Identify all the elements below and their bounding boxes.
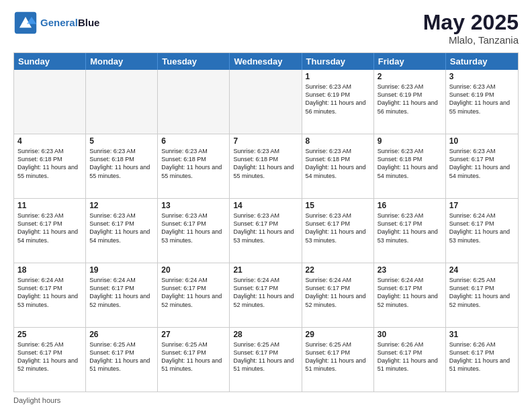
- header-day-thursday: Thursday: [302, 53, 374, 70]
- calendar-header: SundayMondayTuesdayWednesdayThursdayFrid…: [14, 53, 518, 70]
- day-number: 17: [449, 201, 515, 210]
- cell-info: Sunrise: 6:23 AM Sunset: 6:18 PM Dayligh…: [161, 147, 226, 180]
- cell-info: Sunrise: 6:24 AM Sunset: 6:17 PM Dayligh…: [17, 276, 82, 309]
- calendar: SundayMondayTuesdayWednesdayThursdayFrid…: [13, 52, 519, 392]
- day-number: 7: [233, 136, 298, 146]
- header-day-sunday: Sunday: [14, 53, 86, 70]
- day-number: 26: [89, 330, 154, 339]
- month-title: May 2025: [423, 11, 519, 34]
- calendar-cell: 3Sunrise: 6:23 AM Sunset: 6:19 PM Daylig…: [446, 70, 518, 134]
- calendar-body: 1Sunrise: 6:23 AM Sunset: 6:19 PM Daylig…: [14, 70, 518, 392]
- page: GeneralBlue May 2025 Mlalo, Tanzania Sun…: [0, 0, 532, 411]
- calendar-cell: 24Sunrise: 6:25 AM Sunset: 6:17 PM Dayli…: [446, 263, 518, 327]
- day-number: 10: [449, 136, 515, 146]
- cell-info: Sunrise: 6:26 AM Sunset: 6:17 PM Dayligh…: [449, 340, 515, 373]
- logo-icon: [13, 11, 38, 35]
- cell-info: Sunrise: 6:23 AM Sunset: 6:19 PM Dayligh…: [378, 83, 442, 116]
- day-number: 23: [378, 265, 442, 275]
- cell-info: Sunrise: 6:23 AM Sunset: 6:17 PM Dayligh…: [378, 212, 442, 244]
- cell-info: Sunrise: 6:24 AM Sunset: 6:17 PM Dayligh…: [89, 276, 154, 309]
- calendar-cell: 4Sunrise: 6:23 AM Sunset: 6:18 PM Daylig…: [14, 134, 86, 198]
- footer: Daylight hours: [13, 396, 519, 404]
- cell-info: Sunrise: 6:23 AM Sunset: 6:19 PM Dayligh…: [306, 83, 370, 116]
- logo-general: General: [40, 17, 78, 28]
- calendar-cell: [230, 70, 302, 134]
- cell-info: Sunrise: 6:23 AM Sunset: 6:19 PM Dayligh…: [449, 83, 515, 116]
- day-number: 19: [89, 265, 154, 275]
- day-number: 3: [449, 72, 515, 81]
- day-number: 1: [306, 72, 370, 81]
- day-number: 29: [306, 330, 370, 339]
- cell-info: Sunrise: 6:23 AM Sunset: 6:17 PM Dayligh…: [161, 212, 226, 244]
- header: GeneralBlue May 2025 Mlalo, Tanzania: [13, 11, 519, 46]
- calendar-cell: 1Sunrise: 6:23 AM Sunset: 6:19 PM Daylig…: [302, 70, 374, 134]
- day-number: 20: [161, 265, 226, 275]
- day-number: 5: [89, 136, 154, 146]
- day-number: 14: [233, 201, 298, 210]
- calendar-cell: [14, 70, 86, 134]
- logo: GeneralBlue: [13, 11, 99, 35]
- cell-info: Sunrise: 6:25 AM Sunset: 6:17 PM Dayligh…: [89, 340, 154, 373]
- header-day-friday: Friday: [374, 53, 446, 70]
- calendar-cell: [86, 70, 158, 134]
- calendar-cell: 27Sunrise: 6:25 AM Sunset: 6:17 PM Dayli…: [158, 328, 230, 392]
- header-day-monday: Monday: [86, 53, 158, 70]
- calendar-row: 25Sunrise: 6:25 AM Sunset: 6:17 PM Dayli…: [14, 327, 518, 392]
- calendar-cell: 18Sunrise: 6:24 AM Sunset: 6:17 PM Dayli…: [14, 263, 86, 327]
- cell-info: Sunrise: 6:23 AM Sunset: 6:17 PM Dayligh…: [89, 212, 154, 244]
- calendar-cell: 5Sunrise: 6:23 AM Sunset: 6:18 PM Daylig…: [86, 134, 158, 198]
- cell-info: Sunrise: 6:25 AM Sunset: 6:17 PM Dayligh…: [306, 340, 370, 373]
- calendar-row: 18Sunrise: 6:24 AM Sunset: 6:17 PM Dayli…: [14, 263, 518, 327]
- calendar-cell: 17Sunrise: 6:24 AM Sunset: 6:17 PM Dayli…: [446, 199, 518, 263]
- cell-info: Sunrise: 6:23 AM Sunset: 6:17 PM Dayligh…: [17, 212, 82, 244]
- calendar-cell: 22Sunrise: 6:24 AM Sunset: 6:17 PM Dayli…: [302, 263, 374, 327]
- calendar-cell: 16Sunrise: 6:23 AM Sunset: 6:17 PM Dayli…: [374, 199, 446, 263]
- calendar-cell: 13Sunrise: 6:23 AM Sunset: 6:17 PM Dayli…: [158, 199, 230, 263]
- cell-info: Sunrise: 6:24 AM Sunset: 6:17 PM Dayligh…: [378, 276, 442, 309]
- calendar-row: 11Sunrise: 6:23 AM Sunset: 6:17 PM Dayli…: [14, 198, 518, 263]
- calendar-cell: 26Sunrise: 6:25 AM Sunset: 6:17 PM Dayli…: [86, 328, 158, 392]
- header-day-wednesday: Wednesday: [230, 53, 302, 70]
- logo-text: GeneralBlue: [40, 17, 99, 29]
- day-number: 4: [17, 136, 82, 146]
- calendar-cell: 14Sunrise: 6:23 AM Sunset: 6:17 PM Dayli…: [230, 199, 302, 263]
- calendar-cell: [158, 70, 230, 134]
- day-number: 21: [233, 265, 298, 275]
- cell-info: Sunrise: 6:24 AM Sunset: 6:17 PM Dayligh…: [233, 276, 298, 309]
- cell-info: Sunrise: 6:24 AM Sunset: 6:17 PM Dayligh…: [306, 276, 370, 309]
- calendar-cell: 30Sunrise: 6:26 AM Sunset: 6:17 PM Dayli…: [374, 328, 446, 392]
- day-number: 11: [17, 201, 82, 210]
- calendar-cell: 23Sunrise: 6:24 AM Sunset: 6:17 PM Dayli…: [374, 263, 446, 327]
- cell-info: Sunrise: 6:24 AM Sunset: 6:17 PM Dayligh…: [449, 212, 515, 244]
- cell-info: Sunrise: 6:26 AM Sunset: 6:17 PM Dayligh…: [378, 340, 442, 373]
- calendar-cell: 2Sunrise: 6:23 AM Sunset: 6:19 PM Daylig…: [374, 70, 446, 134]
- day-number: 22: [306, 265, 370, 275]
- calendar-row: 4Sunrise: 6:23 AM Sunset: 6:18 PM Daylig…: [14, 134, 518, 198]
- cell-info: Sunrise: 6:23 AM Sunset: 6:18 PM Dayligh…: [233, 147, 298, 180]
- calendar-cell: 10Sunrise: 6:23 AM Sunset: 6:17 PM Dayli…: [446, 134, 518, 198]
- footer-text: Daylight hours: [13, 396, 60, 404]
- cell-info: Sunrise: 6:25 AM Sunset: 6:17 PM Dayligh…: [17, 340, 82, 373]
- calendar-row: 1Sunrise: 6:23 AM Sunset: 6:19 PM Daylig…: [14, 70, 518, 134]
- calendar-cell: 19Sunrise: 6:24 AM Sunset: 6:17 PM Dayli…: [86, 263, 158, 327]
- day-number: 15: [306, 201, 370, 210]
- cell-info: Sunrise: 6:23 AM Sunset: 6:18 PM Dayligh…: [378, 147, 442, 180]
- day-number: 9: [378, 136, 442, 146]
- day-number: 2: [378, 72, 442, 81]
- cell-info: Sunrise: 6:25 AM Sunset: 6:17 PM Dayligh…: [449, 276, 515, 309]
- title-block: May 2025 Mlalo, Tanzania: [423, 11, 519, 46]
- day-number: 16: [378, 201, 442, 210]
- day-number: 24: [449, 265, 515, 275]
- logo-blue: Blue: [78, 17, 100, 28]
- cell-info: Sunrise: 6:23 AM Sunset: 6:17 PM Dayligh…: [233, 212, 298, 244]
- day-number: 8: [306, 136, 370, 146]
- day-number: 30: [378, 330, 442, 339]
- day-number: 31: [449, 330, 515, 339]
- cell-info: Sunrise: 6:25 AM Sunset: 6:17 PM Dayligh…: [161, 340, 226, 373]
- day-number: 18: [17, 265, 82, 275]
- calendar-cell: 31Sunrise: 6:26 AM Sunset: 6:17 PM Dayli…: [446, 328, 518, 392]
- cell-info: Sunrise: 6:24 AM Sunset: 6:17 PM Dayligh…: [161, 276, 226, 309]
- day-number: 28: [233, 330, 298, 339]
- cell-info: Sunrise: 6:23 AM Sunset: 6:18 PM Dayligh…: [17, 147, 82, 180]
- cell-info: Sunrise: 6:23 AM Sunset: 6:17 PM Dayligh…: [306, 212, 370, 244]
